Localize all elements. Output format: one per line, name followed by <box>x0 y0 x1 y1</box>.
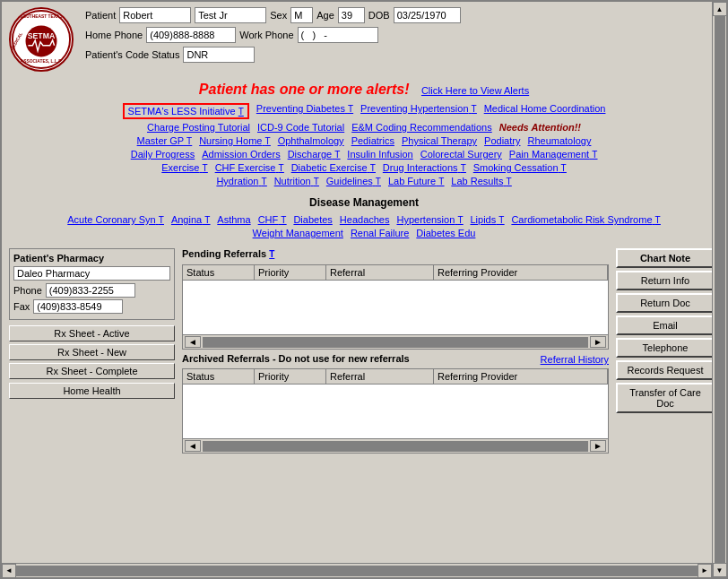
nav-icd9[interactable]: ICD-9 Code Tutorial <box>257 122 344 133</box>
pending-scroll-left[interactable]: ◄ <box>185 336 201 348</box>
bottom-scroll-track <box>16 566 698 576</box>
nav-guidelines[interactable]: Guidelines T <box>326 176 381 186</box>
age-input[interactable] <box>338 7 365 23</box>
scroll-down-arrow[interactable]: ▼ <box>713 563 727 577</box>
nav-medical-home-sub: Needs Attention!! <box>499 122 581 133</box>
return-info-button[interactable]: Return Info <box>616 271 715 290</box>
nav-exercise[interactable]: Exercise T <box>161 162 207 173</box>
nav-ophthalmology[interactable]: Ophthalmology <box>278 135 344 146</box>
rx-active-button[interactable]: Rx Sheet - Active <box>9 325 175 341</box>
sex-input[interactable] <box>290 7 313 23</box>
nav-em-coding[interactable]: E&M Coding Recommendations <box>351 122 492 133</box>
email-button[interactable]: Email <box>616 315 715 335</box>
records-request-button[interactable]: Records Request <box>616 360 715 380</box>
nav-daily-progress[interactable]: Daily Progress <box>131 149 195 160</box>
dm-chf[interactable]: CHF T <box>258 214 287 225</box>
nav-diabetic-exercise[interactable]: Diabetic Exercise T <box>291 162 376 173</box>
pending-table-scrollbar[interactable]: ◄ ► <box>183 334 608 349</box>
alert-link[interactable]: Click Here to View Alerts <box>421 85 529 96</box>
fax-label: Fax <box>13 301 30 312</box>
work-phone-input[interactable] <box>298 27 378 43</box>
pharmacy-box: Patient's Pharmacy Phone Fax <box>9 248 175 320</box>
return-doc-button[interactable]: Return Doc <box>616 293 715 313</box>
patient-first-name[interactable] <box>119 7 191 23</box>
bottom-scrollbar[interactable]: ◄ ► <box>2 563 712 577</box>
rx-new-button[interactable]: Rx Sheet - New <box>9 344 175 360</box>
nav-chf-exercise[interactable]: CHF Exercise T <box>215 162 284 173</box>
nav-physical-therapy[interactable]: Physical Therapy <box>402 135 477 146</box>
code-status-label: Patient's Code Status <box>85 49 179 60</box>
nav-lab-results[interactable]: Lab Results T <box>451 176 511 186</box>
disease-management-nav: Acute Coronary Syn T Angina T Asthma CHF… <box>2 211 726 245</box>
nav-pediatrics[interactable]: Pediatrics <box>351 135 394 146</box>
pharmacy-name-input[interactable] <box>13 266 170 281</box>
nav-podiatry[interactable]: Podiatry <box>484 135 520 146</box>
dm-acute-coronary[interactable]: Acute Coronary Syn T <box>67 214 164 225</box>
dm-renal-failure[interactable]: Renal Failure <box>351 228 409 238</box>
dm-diabetes-edu[interactable]: Diabetes Edu <box>416 228 475 238</box>
sex-label: Sex <box>270 10 287 21</box>
dm-weight-management[interactable]: Weight Management <box>253 228 343 238</box>
alert-bar: Patient has one or more alerts! Click He… <box>2 80 726 99</box>
pharmacy-phone-input[interactable] <box>46 283 135 298</box>
dm-lipids[interactable]: Lipids T <box>470 214 504 225</box>
dm-asthma[interactable]: Asthma <box>217 214 250 225</box>
left-panel: Patient's Pharmacy Phone Fax Rx Sheet - … <box>9 248 175 457</box>
patient-last-name[interactable] <box>195 7 266 23</box>
scroll-left-arrow[interactable]: ◄ <box>2 564 16 578</box>
nav-preventing-diabetes[interactable]: Preventing Diabetes T <box>256 103 353 119</box>
nav-hydration[interactable]: Hydration T <box>216 176 266 186</box>
dob-input[interactable] <box>394 7 461 23</box>
nav-less-initiative[interactable]: SETMA's LESS Initiative T <box>123 103 249 119</box>
dob-label: DOB <box>368 10 390 21</box>
transfer-of-care-button[interactable]: Transfer of Care Doc <box>616 383 715 413</box>
col-priority: Priority <box>255 265 326 280</box>
referral-history-link[interactable]: Referral History <box>541 354 609 365</box>
archived-col-status: Status <box>183 369 255 384</box>
nav-lab-future[interactable]: Lab Future T <box>388 176 444 186</box>
col-status: Status <box>183 265 255 280</box>
pending-referrals-t[interactable]: T <box>269 249 274 259</box>
scroll-up-arrow[interactable]: ▲ <box>713 2 727 16</box>
archived-col-referral: Referral <box>326 369 434 384</box>
right-panel: Chart Note Return Info Return Doc Email … <box>616 248 719 457</box>
pharmacy-fax-input[interactable] <box>33 299 123 314</box>
rx-complete-button[interactable]: Rx Sheet - Complete <box>9 363 175 379</box>
archived-scroll-right[interactable]: ► <box>590 440 606 452</box>
dm-hypertension[interactable]: Hypertension T <box>396 214 463 225</box>
dm-angina[interactable]: Angina T <box>171 214 210 225</box>
chart-note-button[interactable]: Chart Note <box>616 248 715 268</box>
pending-scroll-right[interactable]: ► <box>590 336 606 348</box>
nav-nursing-home[interactable]: Nursing Home T <box>199 135 270 146</box>
home-health-button[interactable]: Home Health <box>9 383 175 399</box>
nav-discharge[interactable]: Discharge T <box>288 149 341 160</box>
telephone-button[interactable]: Telephone <box>616 338 715 358</box>
nav-charge-posting[interactable]: Charge Posting Tutorial <box>147 122 250 133</box>
scroll-right-arrow[interactable]: ► <box>698 564 712 578</box>
nav-smoking-cessation[interactable]: Smoking Cessation T <box>473 162 567 173</box>
nav-insulin-infusion[interactable]: Insulin Infusion <box>347 149 412 160</box>
pending-table-body <box>183 281 608 334</box>
nav-pain-management[interactable]: Pain Management T <box>509 149 597 160</box>
archived-scroll-left[interactable]: ◄ <box>185 440 201 452</box>
code-status-input[interactable] <box>183 47 255 63</box>
right-scrollbar[interactable]: ▲ ▼ <box>712 2 726 577</box>
nav-drug-interactions[interactable]: Drug Interactions T <box>383 162 466 173</box>
nav-master-gp[interactable]: Master GP T <box>137 135 193 146</box>
dm-diabetes[interactable]: Diabetes <box>293 214 332 225</box>
nav-colorectal-surgery[interactable]: Colorectal Surgery <box>420 149 502 160</box>
home-phone-input[interactable] <box>146 27 236 43</box>
col-referral: Referral <box>326 265 434 280</box>
scroll-track-vertical <box>715 16 725 563</box>
svg-text:SETMA: SETMA <box>28 31 56 40</box>
navigation-section: SETMA's LESS Initiative T Preventing Dia… <box>2 99 726 193</box>
nav-rheumatology[interactable]: Rheumatology <box>527 135 591 146</box>
nav-preventing-hypertension[interactable]: Preventing Hypertension T <box>360 103 477 119</box>
nav-medical-home[interactable]: Medical Home Coordination <box>484 103 606 119</box>
dm-cardiometabolic[interactable]: Cardiometabolic Risk Syndrome T <box>511 214 660 225</box>
nav-nutrition[interactable]: Nutrition T <box>274 176 319 186</box>
archived-table-scrollbar[interactable]: ◄ ► <box>183 438 608 453</box>
age-label: Age <box>316 10 334 21</box>
nav-admission-orders[interactable]: Admission Orders <box>202 149 280 160</box>
dm-headaches[interactable]: Headaches <box>340 214 390 225</box>
